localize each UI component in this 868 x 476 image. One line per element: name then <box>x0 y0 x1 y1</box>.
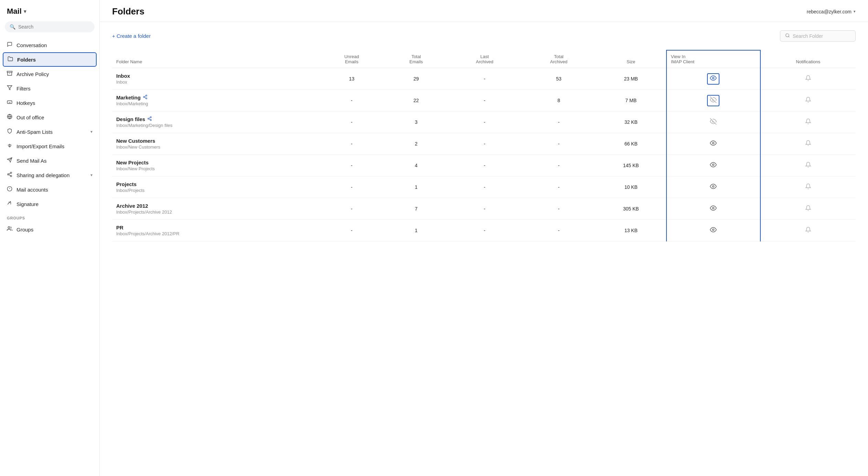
svg-point-25 <box>150 117 152 118</box>
sidebar: Mail ▾ 🔍 Conversation Folders Archive Po… <box>0 0 100 476</box>
imap-cell[interactable] <box>666 155 760 176</box>
folder-size: 7 MB <box>596 90 666 111</box>
svg-point-33 <box>713 185 714 187</box>
total-archived: - <box>522 220 596 241</box>
svg-line-29 <box>149 118 150 118</box>
svg-marker-2 <box>7 86 12 90</box>
total-archived: - <box>522 133 596 155</box>
total-archived: - <box>522 198 596 220</box>
imap-toggle-button[interactable] <box>708 139 719 149</box>
anti-spam-chevron: ▾ <box>90 129 93 134</box>
sidebar-item-groups[interactable]: Groups <box>0 222 99 237</box>
imap-cell[interactable] <box>666 220 760 241</box>
notification-button[interactable] <box>803 96 813 105</box>
imap-toggle-button[interactable] <box>708 226 719 236</box>
svg-line-28 <box>149 119 150 120</box>
svg-line-17 <box>789 36 790 37</box>
total-emails: 1 <box>385 220 447 241</box>
sidebar-item-label: Sharing and delegation <box>17 172 69 178</box>
notification-cell[interactable] <box>760 133 856 155</box>
imap-cell[interactable] <box>666 176 760 198</box>
create-folder-button[interactable]: + Create a folder <box>112 33 151 39</box>
sidebar-item-label: Mail accounts <box>17 187 48 193</box>
sidebar-item-send-mail-as[interactable]: Send Mail As <box>0 153 99 168</box>
notification-cell[interactable] <box>760 176 856 198</box>
sidebar-item-filters[interactable]: Filters <box>0 81 99 96</box>
svg-line-14 <box>8 201 11 204</box>
notification-button[interactable] <box>803 226 813 235</box>
notification-button[interactable] <box>803 204 813 214</box>
imap-toggle-button[interactable] <box>707 73 719 85</box>
sidebar-item-label: Import/Export Emails <box>17 143 64 149</box>
sidebar-item-label: Send Mail As <box>17 158 47 164</box>
folder-name-main: Archive 2012 <box>116 203 314 209</box>
notification-cell[interactable] <box>760 220 856 241</box>
folder-path: Inbox/New Projects <box>116 166 314 171</box>
total-emails: 4 <box>385 155 447 176</box>
svg-line-12 <box>9 173 11 174</box>
mail-accounts-icon <box>7 186 12 193</box>
search-input[interactable] <box>18 24 90 30</box>
folder-path: Inbox/Projects/Archive 2012 <box>116 209 314 215</box>
sidebar-item-mail-accounts[interactable]: Mail accounts <box>0 182 99 197</box>
sidebar-item-import-export[interactable]: Import/Export Emails <box>0 139 99 153</box>
unread-count: - <box>318 111 385 133</box>
sidebar-item-out-of-office[interactable]: Out of office <box>0 110 99 125</box>
folder-size: 66 KB <box>596 133 666 155</box>
unread-count: - <box>318 176 385 198</box>
svg-line-23 <box>144 96 146 97</box>
app-title[interactable]: Mail ▾ <box>0 7 99 21</box>
out-of-office-icon <box>7 114 12 121</box>
folders-icon <box>8 56 13 63</box>
imap-toggle-button[interactable] <box>707 95 719 106</box>
search-folder-box[interactable]: Search Folder <box>780 30 856 42</box>
top-bar: Folders rebecca@zylker.com ▾ <box>100 0 868 22</box>
sidebar-item-folders[interactable]: Folders <box>3 52 97 67</box>
notification-cell[interactable] <box>760 90 856 111</box>
notification-button[interactable] <box>803 183 813 192</box>
imap-cell[interactable] <box>666 198 760 220</box>
folder-path: Inbox/Marketing <box>116 101 314 106</box>
user-info[interactable]: rebecca@zylker.com ▾ <box>807 9 856 14</box>
sidebar-item-archive-policy[interactable]: Archive Policy <box>0 67 99 81</box>
notification-cell[interactable] <box>760 198 856 220</box>
sidebar-item-sharing[interactable]: Sharing and delegation ▾ <box>0 168 99 182</box>
imap-toggle-button[interactable] <box>708 117 719 127</box>
sidebar-item-conversation[interactable]: Conversation <box>0 38 99 52</box>
anti-spam-icon <box>7 128 12 135</box>
sidebar-item-label: Out of office <box>17 115 44 120</box>
sidebar-item-signature[interactable]: Signature <box>0 197 99 211</box>
notification-button[interactable] <box>803 74 813 84</box>
imap-cell[interactable] <box>666 111 760 133</box>
imap-toggle-button[interactable] <box>708 161 719 171</box>
notification-cell[interactable] <box>760 111 856 133</box>
sidebar-item-label: Folders <box>17 57 36 63</box>
create-folder-label: + Create a folder <box>112 33 151 39</box>
sidebar-item-anti-spam[interactable]: Anti-Spam Lists ▾ <box>0 125 99 139</box>
folder-name-main: PR <box>116 225 314 230</box>
sidebar-item-label: Signature <box>17 201 39 207</box>
table-row: Design filesInbox/Marketing/Design files… <box>112 111 856 133</box>
last-archived: - <box>447 220 522 241</box>
user-email: rebecca@zylker.com <box>807 9 851 14</box>
imap-cell[interactable] <box>666 90 760 111</box>
imap-toggle-button[interactable] <box>708 182 719 192</box>
col-notifications: Notifications <box>760 50 856 68</box>
sidebar-item-hotkeys[interactable]: Hotkeys <box>0 96 99 110</box>
svg-point-27 <box>150 119 152 121</box>
sharing-chevron: ▾ <box>90 173 93 177</box>
notification-button[interactable] <box>803 139 813 149</box>
user-chevron: ▾ <box>854 9 856 14</box>
notification-button[interactable] <box>803 118 813 127</box>
notification-button[interactable] <box>803 161 813 170</box>
imap-toggle-button[interactable] <box>708 204 719 214</box>
col-last-archived: LastArchived <box>447 50 522 68</box>
imap-cell[interactable] <box>666 68 760 90</box>
notification-cell[interactable] <box>760 155 856 176</box>
notification-cell[interactable] <box>760 68 856 90</box>
table-row: ProjectsInbox/Projects-1--10 KB <box>112 176 856 198</box>
svg-rect-0 <box>7 71 12 72</box>
search-box[interactable]: 🔍 <box>5 21 95 32</box>
svg-line-11 <box>9 175 11 176</box>
imap-cell[interactable] <box>666 133 760 155</box>
